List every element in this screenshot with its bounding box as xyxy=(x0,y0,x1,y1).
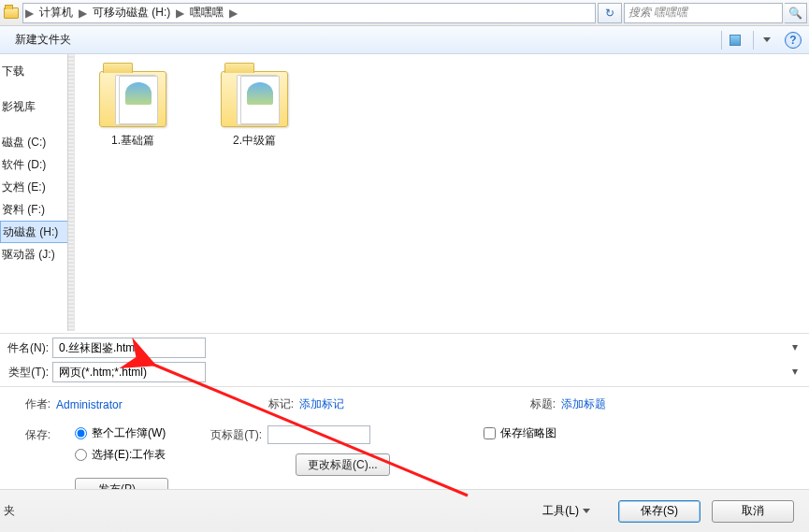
tags-value[interactable]: 添加标记 xyxy=(299,396,344,412)
view-dropdown-button[interactable] xyxy=(753,31,779,50)
page-title-key: 页标题(T): xyxy=(206,427,262,443)
chevron-right-icon: ▶ xyxy=(77,7,89,20)
save-button[interactable]: 保存(S) xyxy=(618,500,701,523)
chevron-down-icon xyxy=(583,509,590,513)
main-pane: 下载 影视库 磁盘 (C:) 软件 (D:) 文档 (E:) 资料 (F:) 动… xyxy=(0,54,809,331)
divider xyxy=(0,333,809,334)
breadcrumb[interactable]: ▶ 计算机 ▶ 可移动磁盘 (H:) ▶ 嘿嘿嘿 ▶ xyxy=(22,3,596,23)
title-value[interactable]: 添加标题 xyxy=(561,396,606,412)
new-folder-button[interactable]: 新建文件夹 xyxy=(7,29,79,50)
sidebar-item-drive-d[interactable]: 软件 (D:) xyxy=(0,153,74,176)
crumb-folder[interactable]: 嘿嘿嘿 xyxy=(186,4,227,22)
chevron-right-icon: ▶ xyxy=(23,7,36,20)
filename-input[interactable] xyxy=(52,338,206,358)
crumb-computer[interactable]: 计算机 xyxy=(36,4,77,22)
folder-icon xyxy=(221,71,288,127)
chevron-right-icon: ▶ xyxy=(227,7,239,20)
change-title-button[interactable]: 更改标题(C)... xyxy=(296,453,390,476)
folder-icon xyxy=(99,71,166,127)
filetype-select[interactable] xyxy=(52,362,206,382)
search-placeholder: 搜索 嘿嘿嘿 xyxy=(628,5,687,21)
bottom-bar: 夹 工具(L) 保存(S) 取消 xyxy=(0,489,809,532)
sidebar-item-drive-f[interactable]: 资料 (F:) xyxy=(0,198,74,221)
folder-item[interactable]: 1.基础篇 xyxy=(86,71,180,149)
filename-label: 件名(N): xyxy=(7,340,49,356)
metadata-area: 作者: Administrator 标记: 添加标记 标题: 添加标题 保存: … xyxy=(0,389,809,504)
radio-selection-input[interactable] xyxy=(75,449,87,461)
chevron-right-icon: ▶ xyxy=(174,7,186,20)
filetype-label: 类型(T): xyxy=(7,365,49,381)
sidebar-item-drive-j[interactable]: 驱动器 (J:) xyxy=(0,243,74,266)
sidebar: 下载 影视库 磁盘 (C:) 软件 (D:) 文档 (E:) 资料 (F:) 动… xyxy=(0,54,75,331)
refresh-button[interactable]: ↻ xyxy=(598,3,622,23)
sidebar-item-drive-c[interactable]: 磁盘 (C:) xyxy=(0,131,74,153)
filename-row: 件名(N): ▾ xyxy=(0,336,809,360)
radio-whole-workbook[interactable]: 整个工作簿(W) xyxy=(75,425,168,441)
search-input[interactable]: 搜索 嘿嘿嘿 xyxy=(624,3,783,23)
author-key: 作者: xyxy=(7,396,51,412)
search-icon[interactable]: 🔍 xyxy=(785,3,807,23)
save-thumbnail-input[interactable] xyxy=(484,427,496,439)
file-list[interactable]: 1.基础篇 2.中级篇 xyxy=(75,54,809,331)
view-mode-button[interactable] xyxy=(721,31,747,50)
sidebar-item-downloads[interactable]: 下载 xyxy=(0,60,74,82)
folder-icon xyxy=(2,3,21,23)
author-value[interactable]: Administrator xyxy=(56,398,123,411)
address-bar: ▶ 计算机 ▶ 可移动磁盘 (H:) ▶ 嘿嘿嘿 ▶ ↻ 搜索 嘿嘿嘿 🔍 xyxy=(0,0,809,26)
folder-item[interactable]: 2.中级篇 xyxy=(208,71,301,149)
tags-key: 标记: xyxy=(251,396,294,412)
page-title-input[interactable] xyxy=(267,425,370,444)
cancel-button[interactable]: 取消 xyxy=(712,500,794,523)
filetype-row: 类型(T): ▾ xyxy=(0,360,809,384)
folder-label: 1.基础篇 xyxy=(111,133,154,149)
folder-label: 2.中级篇 xyxy=(233,133,276,149)
chevron-down-icon[interactable]: ▾ xyxy=(792,365,798,378)
radio-whole-workbook-input[interactable] xyxy=(75,427,87,439)
sidebar-item-drive-e[interactable]: 文档 (E:) xyxy=(0,176,74,198)
save-thumbnail-checkbox[interactable]: 保存缩略图 xyxy=(484,425,556,441)
sidebar-item-library[interactable]: 影视库 xyxy=(0,95,74,118)
crumb-drive[interactable]: 可移动磁盘 (H:) xyxy=(89,4,174,22)
hide-folders-label[interactable]: 夹 xyxy=(4,503,15,519)
sidebar-item-drive-h[interactable]: 动磁盘 (H:) xyxy=(0,221,74,243)
radio-selection[interactable]: 选择(E):工作表 xyxy=(75,447,168,463)
toolbar: 新建文件夹 ? xyxy=(0,26,809,54)
tools-menu[interactable]: 工具(L) xyxy=(542,503,590,519)
sidebar-resize-handle[interactable] xyxy=(67,54,74,331)
divider xyxy=(0,386,809,387)
title-key: 标题: xyxy=(513,396,556,412)
chevron-down-icon[interactable]: ▾ xyxy=(792,340,798,353)
help-icon[interactable]: ? xyxy=(785,32,802,49)
